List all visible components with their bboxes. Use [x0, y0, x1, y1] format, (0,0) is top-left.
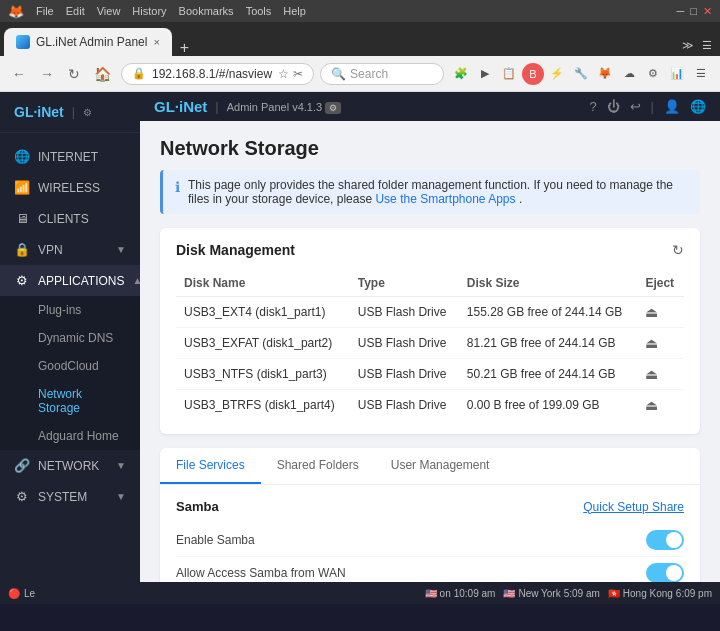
status-time-hongkong: 🇭🇰 Hong Kong 6:09 pm	[608, 588, 712, 599]
toolbar-icon-6[interactable]: 🦊	[594, 63, 616, 85]
smartphone-apps-link[interactable]: Use the Smartphone Apps	[375, 192, 515, 206]
status-le: Le	[24, 588, 35, 599]
menu-bookmarks[interactable]: Bookmarks	[179, 5, 234, 17]
network-icon: 🔗	[14, 458, 30, 473]
samba-wan-toggle[interactable]	[646, 563, 684, 582]
forward-button[interactable]: →	[36, 64, 58, 84]
status-left: 🔴 Le	[8, 588, 35, 599]
browser-toolbar: ← → ↻ 🏠 🔒 192.168.8.1/#/nasview ☆ ✂ 🔍 Se…	[0, 56, 720, 92]
window-maximize[interactable]: □	[690, 5, 697, 18]
sidebar-navigation: 🌐 INTERNET 📶 WIRELESS 🖥 CLIENTS 🔒	[0, 133, 140, 582]
new-tab-button[interactable]: +	[174, 40, 195, 56]
logo-text: GL·iNet	[14, 104, 64, 120]
toolbar-icon-4[interactable]: ⚡	[546, 63, 568, 85]
search-text: Search	[350, 67, 388, 81]
tab-file-services[interactable]: File Services	[160, 448, 261, 484]
settings-icon[interactable]: ↩	[630, 99, 641, 114]
bookmark-star-icon[interactable]: ☆	[278, 67, 289, 81]
tab-shared-folders[interactable]: Shared Folders	[261, 448, 375, 484]
sidebar-label-applications: APPLICATIONS	[38, 274, 124, 288]
menu-file[interactable]: File	[36, 5, 54, 17]
power-icon[interactable]: ⏻	[607, 99, 620, 114]
toolbar-icon-5[interactable]: 🔧	[570, 63, 592, 85]
flag-icon[interactable]: 🌐	[690, 99, 706, 114]
sidebar-item-applications[interactable]: ⚙ APPLICATIONS ▲	[0, 265, 140, 296]
toolbar-icon-7[interactable]: ☁	[618, 63, 640, 85]
applications-chevron: ▲	[132, 275, 140, 286]
table-row: USB3_NTFS (disk1_part3) USB Flash Drive …	[176, 359, 684, 390]
sidebar-sub-adguard[interactable]: Adguard Home	[0, 422, 140, 450]
tab-user-management[interactable]: User Management	[375, 448, 506, 484]
refresh-button[interactable]: ↻	[672, 242, 684, 258]
samba-section: Samba Quick Setup Share Enable Samba All…	[176, 499, 684, 582]
address-bar[interactable]: 🔒 192.168.8.1/#/nasview ☆ ✂	[121, 63, 314, 85]
eject-btn-1[interactable]: ⏏	[645, 335, 658, 351]
samba-quick-setup[interactable]: Quick Setup Share	[583, 500, 684, 514]
sidebar-item-wireless[interactable]: 📶 WIRELESS	[0, 172, 140, 203]
menu-icon[interactable]: ☰	[690, 63, 712, 85]
profile-icon[interactable]: 👤	[664, 99, 680, 114]
tab-close-btn[interactable]: ×	[153, 36, 159, 48]
tab-content: Samba Quick Setup Share Enable Samba All…	[160, 485, 700, 582]
toolbar-icon-9[interactable]: 📊	[666, 63, 688, 85]
status-right: 🇺🇸 on 10:09 am 🇺🇸 New York 5:09 am 🇭🇰 Ho…	[425, 588, 712, 599]
sidebar-item-clients[interactable]: 🖥 CLIENTS	[0, 203, 140, 234]
col-eject: Eject	[637, 270, 684, 297]
sidebar-label-internet: INTERNET	[38, 150, 98, 164]
address-icons: ☆ ✂	[278, 67, 303, 81]
window-close[interactable]: ✕	[703, 5, 712, 18]
sidebar-item-internet[interactable]: 🌐 INTERNET	[0, 141, 140, 172]
city-newyork: New York	[518, 588, 560, 599]
menu-view[interactable]: View	[97, 5, 121, 17]
sidebar-label-clients: CLIENTS	[38, 212, 89, 226]
sidebar-sub-goodcloud[interactable]: GoodCloud	[0, 352, 140, 380]
wireless-icon: 📶	[14, 180, 30, 195]
browser-tabs: GL.iNet Admin Panel × + ≫ ☰	[0, 22, 720, 56]
sidebar-item-network[interactable]: 🔗 NETWORK ▼	[0, 450, 140, 481]
header-separator: |	[215, 99, 218, 114]
sidebar-sub-network-storage[interactable]: Network Storage	[0, 380, 140, 422]
reload-button[interactable]: ↻	[64, 64, 84, 84]
internet-icon: 🌐	[14, 149, 30, 164]
enable-samba-label: Enable Samba	[176, 533, 255, 547]
system-chevron: ▼	[116, 491, 126, 502]
info-icon: ℹ	[175, 179, 180, 195]
search-bar[interactable]: 🔍 Search	[320, 63, 444, 85]
toolbar-icon-1[interactable]: ▶	[474, 63, 496, 85]
eject-btn-2[interactable]: ⏏	[645, 366, 658, 382]
home-button[interactable]: 🏠	[90, 64, 115, 84]
sidebar-sub-dynamic-dns[interactable]: Dynamic DNS	[0, 324, 140, 352]
toolbar-icon-3[interactable]: B	[522, 63, 544, 85]
eject-btn-0[interactable]: ⏏	[645, 304, 658, 320]
window-minimize[interactable]: ─	[677, 5, 685, 18]
disk-size-0: 155.28 GB free of 244.14 GB	[459, 297, 638, 328]
admin-panel-icon: ⚙	[83, 107, 92, 118]
disk-name-2: USB3_NTFS (disk1_part3)	[176, 359, 350, 390]
back-button[interactable]: ←	[8, 64, 30, 84]
eject-btn-3[interactable]: ⏏	[645, 397, 658, 413]
disk-size-1: 81.21 GB free of 244.14 GB	[459, 328, 638, 359]
menu-history[interactable]: History	[132, 5, 166, 17]
info-text: This page only provides the shared folde…	[188, 178, 688, 206]
page-title: Network Storage	[160, 137, 700, 160]
sidebar-item-vpn[interactable]: 🔒 VPN ▼	[0, 234, 140, 265]
extensions-icon[interactable]: 🧩	[450, 63, 472, 85]
browser-tab-active[interactable]: GL.iNet Admin Panel ×	[4, 28, 172, 56]
sidebar-item-system[interactable]: ⚙ SYSTEM ▼	[0, 481, 140, 512]
menu-edit[interactable]: Edit	[66, 5, 85, 17]
enable-samba-slider	[646, 530, 684, 550]
separator-icon: |	[651, 99, 654, 114]
toolbar-icon-8[interactable]: ⚙	[642, 63, 664, 85]
disk-type-0: USB Flash Drive	[350, 297, 459, 328]
help-icon[interactable]: ?	[589, 99, 596, 114]
menu-tools[interactable]: Tools	[246, 5, 272, 17]
enable-samba-toggle[interactable]	[646, 530, 684, 550]
screenshot-icon[interactable]: ✂	[293, 67, 303, 81]
firefox-logo[interactable]: 🦊	[8, 4, 24, 19]
toolbar-icon-group: 🧩 ▶ 📋 B ⚡ 🔧 🦊 ☁ ⚙ 📊 ☰	[450, 63, 712, 85]
disk-type-3: USB Flash Drive	[350, 390, 459, 421]
sidebar-sub-plug-ins[interactable]: Plug-ins	[0, 296, 140, 324]
toolbar-icon-2[interactable]: 📋	[498, 63, 520, 85]
disk-type-1: USB Flash Drive	[350, 328, 459, 359]
menu-help[interactable]: Help	[283, 5, 306, 17]
